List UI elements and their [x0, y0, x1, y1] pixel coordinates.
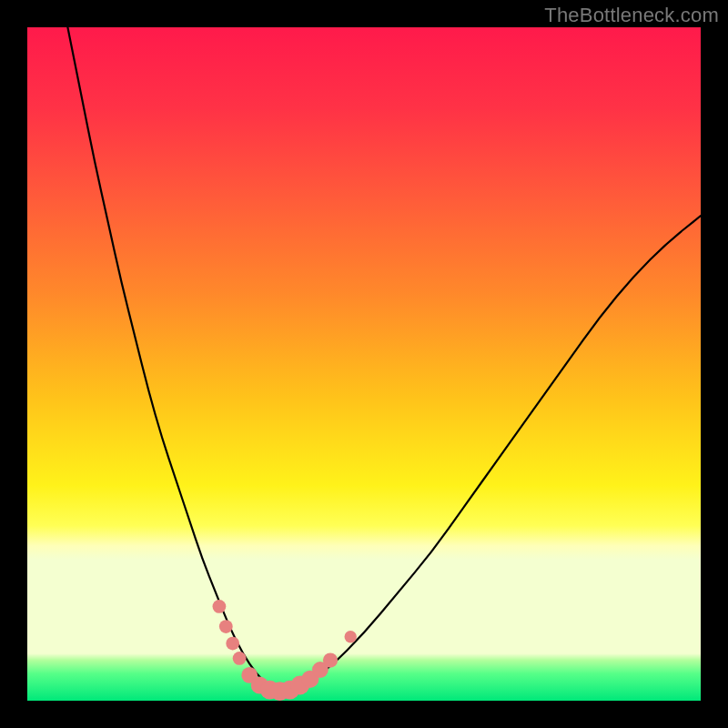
curve-marker — [345, 631, 357, 642]
chart-svg — [27, 27, 701, 701]
watermark-text: TheBottleneck.com — [544, 4, 719, 27]
curve-marker — [323, 653, 338, 668]
curve-marker — [213, 600, 227, 613]
outer-frame: TheBottleneck.com — [0, 0, 728, 728]
plot-area — [27, 27, 701, 701]
bottleneck-curve — [67, 27, 701, 690]
curve-marker — [219, 620, 233, 633]
curve-markers — [213, 600, 357, 701]
curve-marker — [233, 652, 247, 665]
curve-marker — [226, 637, 239, 651]
